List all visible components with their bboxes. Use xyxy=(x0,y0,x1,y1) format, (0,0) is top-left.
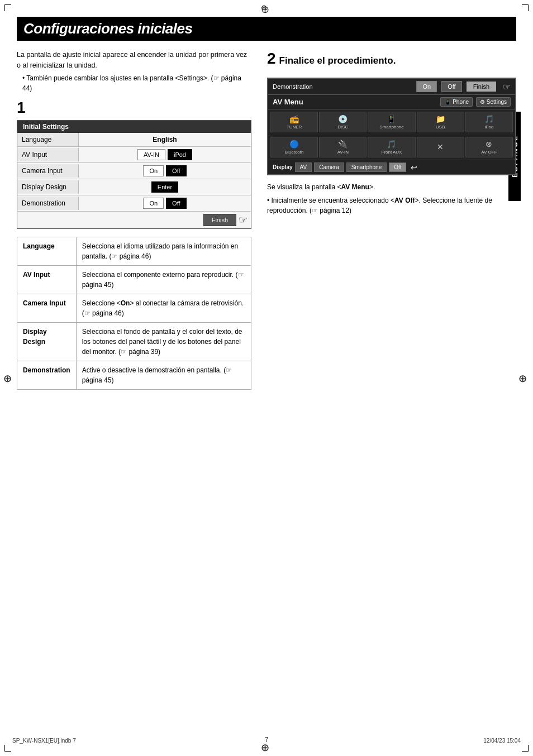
desc-row-display: DisplayDesign Selecciona el fondo de pan… xyxy=(17,322,251,361)
icon-avoff[interactable]: ⊗ AV OFF xyxy=(465,137,513,157)
page-number: 7 xyxy=(265,736,269,744)
title-bar: Configuraciones iniciales xyxy=(17,17,516,41)
desc-row-demo: Demonstration Active o desactive la demo… xyxy=(17,361,251,389)
icon-avin[interactable]: 🔌 AV-IN xyxy=(319,137,367,157)
phone-btn[interactable]: 📱 Phone xyxy=(440,97,473,107)
icon-bluetooth[interactable]: 🔵 Bluetooth xyxy=(270,137,318,157)
tuner-label: TUNER xyxy=(287,125,302,130)
settings-row-language: Language English xyxy=(17,133,251,147)
av-header-buttons: 📱 Phone ⚙ Settings xyxy=(440,97,511,107)
camera-on-btn[interactable]: On xyxy=(143,165,164,176)
step2-desc-bullet: • Inicialmente se encuentra seleccionado… xyxy=(267,195,516,216)
step2-number: 2 xyxy=(267,50,276,68)
display-off-btn[interactable]: Off xyxy=(389,162,406,172)
settings-values-camera: On Off xyxy=(79,163,251,179)
term-demo: Demonstration xyxy=(17,361,77,389)
settings-values-display: Enter xyxy=(79,179,251,195)
av-menu-title: AV Menu xyxy=(273,98,303,106)
icon-frontaux[interactable]: 🎵 Front AUX xyxy=(368,137,415,157)
demo-off-btn[interactable]: Off xyxy=(166,198,186,209)
right-column: 2 Finalice el procedimiento. Demonstrati… xyxy=(267,50,516,390)
av-menu-panel: Demonstration On Off Finish ☞ AV Menu 📱 … xyxy=(267,78,516,175)
def-display: Selecciona el fondo de pantalla y el col… xyxy=(76,322,251,361)
icon-usb[interactable]: 📁 USB xyxy=(417,112,464,132)
display-camera-btn[interactable]: Camera xyxy=(314,162,344,172)
reg-mark-right: ⊕ xyxy=(518,372,530,384)
main-content: Configuraciones iniciales La pantalla de… xyxy=(17,17,516,739)
back-icon[interactable]: ↩ xyxy=(411,163,417,172)
demo-off-panel-btn[interactable]: Off xyxy=(441,81,461,92)
bluetooth-label: Bluetooth xyxy=(285,150,304,155)
term-camera: Camera Input xyxy=(17,294,77,322)
settings-panel: Initial Settings Language English AV Inp… xyxy=(17,120,251,229)
intro-text: La pantalla de ajuste inicial aparece al… xyxy=(17,50,251,93)
display-smartphone-btn[interactable]: Smartphone xyxy=(346,162,387,172)
display-panel-row: Display AV Camera Smartphone Off ↩ xyxy=(268,160,515,174)
empty-icon: ✕ xyxy=(437,142,444,151)
settings-row-avinput: AV Input AV-IN iPod xyxy=(17,147,251,163)
icon-disc[interactable]: 💿 DISC xyxy=(319,112,367,132)
icon-tuner[interactable]: 📻 TUNER xyxy=(270,112,318,132)
demo-finish-btn[interactable]: Finish xyxy=(467,82,496,92)
tuner-icon: 📻 xyxy=(289,114,299,123)
frontaux-icon: 🎵 xyxy=(387,140,396,149)
def-language: Selecciona el idioma utilizado para la i… xyxy=(76,237,251,265)
left-column: La pantalla de ajuste inicial aparece al… xyxy=(17,50,251,390)
step2-desc-main: Se visualiza la pantalla <AV Menu>. xyxy=(267,182,516,192)
icons-row2: 🔵 Bluetooth 🔌 AV-IN 🎵 Front AUX ✕ xyxy=(268,135,515,160)
reg-mark-top: ⊕ xyxy=(261,3,272,15)
icon-ipod[interactable]: 🎵 iPod xyxy=(465,112,513,132)
desc-row-camera: Camera Input Seleccione <On> al conectar… xyxy=(17,294,251,322)
demo-on-panel-btn[interactable]: On xyxy=(416,81,437,92)
corner-mark-tl xyxy=(4,4,11,11)
smartphone-label: Smartphone xyxy=(379,125,404,130)
finish-row: Finish ☞ xyxy=(17,212,251,228)
settings-label-demo: Demonstration xyxy=(17,197,79,210)
file-info: SP_KW-NSX1[EU].indb 7 xyxy=(12,738,76,744)
def-avinput: Selecciona el componente externo para re… xyxy=(76,265,251,294)
ipod-icon: 🎵 xyxy=(484,114,494,123)
description-table: Language Selecciona el idioma utilizado … xyxy=(17,237,251,390)
page-title: Configuraciones iniciales xyxy=(23,20,510,37)
bluetooth-icon: 🔵 xyxy=(289,140,299,149)
two-column-layout: La pantalla de ajuste inicial aparece al… xyxy=(17,50,516,390)
finish-btn[interactable]: Finish xyxy=(203,214,236,226)
display-av-btn[interactable]: AV xyxy=(295,162,312,172)
settings-values-language: English xyxy=(79,133,251,146)
settings-label-avinput: AV Input xyxy=(17,148,79,161)
usb-icon: 📁 xyxy=(436,114,445,123)
reg-mark-left: ⊕ xyxy=(3,372,15,384)
term-language: Language xyxy=(17,237,77,265)
av-menu-header: AV Menu 📱 Phone ⚙ Settings xyxy=(268,95,515,109)
disc-icon: 💿 xyxy=(338,114,348,123)
ipod-label: iPod xyxy=(484,125,493,130)
def-demo: Active o desactive la demostración en pa… xyxy=(76,361,251,389)
settings-btn[interactable]: ⚙ Settings xyxy=(476,97,511,107)
def-camera: Seleccione <On> al conectar la cámara de… xyxy=(76,294,251,322)
icon-smartphone[interactable]: 📱 Smartphone xyxy=(368,112,415,132)
settings-row-demo: Demonstration On Off xyxy=(17,195,251,212)
step1-number: 1 xyxy=(17,100,251,116)
avin-label: AV-IN xyxy=(337,150,349,155)
settings-values-avinput: AV-IN iPod xyxy=(79,147,251,162)
settings-label-camera: Camera Input xyxy=(17,164,79,178)
demo-on-btn[interactable]: On xyxy=(143,198,164,209)
camera-off-btn[interactable]: Off xyxy=(166,165,186,176)
icons-row1: 📻 TUNER 💿 DISC 📱 Smartphone 📁 USB xyxy=(268,109,515,135)
display-panel-label: Display xyxy=(273,164,293,170)
avinput-ipod-btn[interactable]: iPod xyxy=(168,149,192,160)
touch-indicator-2: ☞ xyxy=(503,82,511,92)
usb-label: USB xyxy=(436,125,445,130)
settings-panel-header: Initial Settings xyxy=(17,121,251,133)
disc-label: DISC xyxy=(337,125,348,130)
avoff-icon: ⊗ xyxy=(486,140,492,149)
language-value: English xyxy=(153,136,177,143)
avinput-avin-btn[interactable]: AV-IN xyxy=(137,149,165,160)
corner-mark-br xyxy=(522,745,529,752)
settings-values-demo: On Off xyxy=(79,195,251,211)
intro-line1: La pantalla de ajuste inicial aparece al… xyxy=(17,50,251,71)
corner-mark-bl xyxy=(4,745,11,752)
term-avinput: AV Input xyxy=(17,265,77,294)
avoff-label: AV OFF xyxy=(481,150,497,155)
display-enter-btn[interactable]: Enter xyxy=(151,181,178,193)
